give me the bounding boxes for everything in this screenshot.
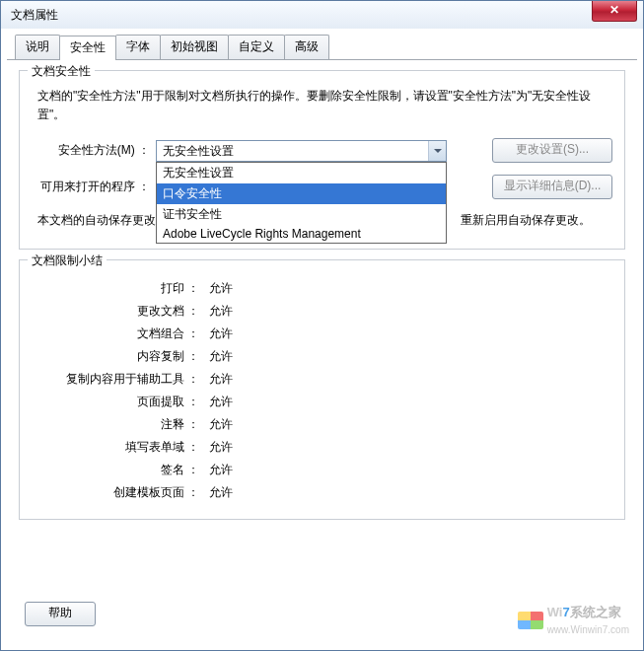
restrictions-group-title: 文档限制小结 <box>28 253 107 269</box>
close-icon: ✕ <box>609 3 619 17</box>
restriction-key: 复制内容用于辅助工具 ： <box>32 371 209 388</box>
restriction-value: 允许 <box>209 371 233 388</box>
tab-4[interactable]: 自定义 <box>228 35 285 59</box>
restriction-row: 创建模板页面 ：允许 <box>32 484 612 501</box>
watermark: Wi7系统之家 www.Winwin7.com <box>518 604 629 636</box>
restriction-row: 注释 ：允许 <box>32 416 612 433</box>
autosave-right: 重新启用自动保存更改。 <box>461 213 591 227</box>
restriction-key: 页面提取 ： <box>32 394 209 410</box>
restriction-row: 页面提取 ：允许 <box>32 394 612 410</box>
restriction-row: 文档组合 ：允许 <box>32 326 612 342</box>
method-label: 安全性方法(M) ： <box>32 142 156 159</box>
method-option-2[interactable]: 证书安全性 <box>157 204 446 225</box>
restriction-value: 允许 <box>209 394 233 410</box>
restriction-key: 签名 ： <box>32 462 209 478</box>
help-button[interactable]: 帮助 <box>25 602 96 626</box>
restriction-key: 填写表单域 ： <box>32 439 209 456</box>
restriction-row: 更改文档 ：允许 <box>32 303 612 320</box>
tab-0[interactable]: 说明 <box>15 35 60 59</box>
autosave-left: 本文档的自动保存更改功 <box>37 213 168 227</box>
restriction-key: 注释 ： <box>32 416 209 433</box>
method-option-0[interactable]: 无安全性设置 <box>157 163 446 183</box>
restriction-row: 打印 ：允许 <box>32 280 612 297</box>
windows-logo-icon <box>518 612 543 629</box>
restriction-row: 签名 ：允许 <box>32 462 612 478</box>
restriction-value: 允许 <box>209 326 233 342</box>
tab-1[interactable]: 安全性 <box>59 36 116 60</box>
restriction-value: 允许 <box>209 348 233 365</box>
restriction-value: 允许 <box>209 484 233 501</box>
restriction-key: 内容复制 ： <box>32 348 209 365</box>
dialog: 文档属性 ✕ 说明安全性字体初始视图自定义高级 文档安全性 文档的"安全性方法"… <box>0 0 644 651</box>
method-row: 安全性方法(M) ： 无安全性设置 无安全性设置口令安全性证书安全性Adobe … <box>32 138 612 163</box>
security-group-title: 文档安全性 <box>28 63 95 80</box>
restrictions-group: 文档限制小结 打印 ：允许更改文档 ：允许文档组合 ：允许内容复制 ：允许复制内… <box>19 259 625 520</box>
restriction-row: 填写表单域 ：允许 <box>32 439 612 456</box>
client-area: 说明安全性字体初始视图自定义高级 文档安全性 文档的"安全性方法"用于限制对文档… <box>1 29 643 650</box>
restriction-key: 文档组合 ： <box>32 326 209 342</box>
restriction-value: 允许 <box>209 303 233 320</box>
tab-5[interactable]: 高级 <box>284 35 329 59</box>
window-title: 文档属性 <box>11 8 58 22</box>
restrictions-list: 打印 ：允许更改文档 ：允许文档组合 ：允许内容复制 ：允许复制内容用于辅助工具… <box>32 280 612 501</box>
tab-2[interactable]: 字体 <box>115 35 161 59</box>
method-option-1[interactable]: 口令安全性 <box>157 183 446 204</box>
restriction-key: 更改文档 ： <box>32 303 209 320</box>
restriction-row: 复制内容用于辅助工具 ：允许 <box>32 371 612 388</box>
method-combo[interactable]: 无安全性设置 <box>156 140 447 162</box>
tab-3[interactable]: 初始视图 <box>160 35 229 59</box>
close-button[interactable]: ✕ <box>592 1 637 22</box>
security-description: 文档的"安全性方法"用于限制对文档所执行的操作。要删除安全性限制，请设置"安全性… <box>37 87 607 124</box>
method-value: 无安全性设置 <box>163 144 234 158</box>
method-option-3[interactable]: Adobe LiveCycle Rights Management <box>157 225 446 243</box>
chevron-down-icon <box>428 141 446 161</box>
tab-strip: 说明安全性字体初始视图自定义高级 <box>7 29 637 60</box>
show-details-button[interactable]: 显示详细信息(D)... <box>492 175 612 199</box>
title-bar: 文档属性 ✕ <box>1 1 643 30</box>
restriction-value: 允许 <box>209 280 233 297</box>
security-group: 文档安全性 文档的"安全性方法"用于限制对文档所执行的操作。要删除安全性限制，请… <box>19 70 625 250</box>
restriction-key: 创建模板页面 ： <box>32 484 209 501</box>
restriction-row: 内容复制 ：允许 <box>32 348 612 365</box>
restriction-value: 允许 <box>209 416 233 433</box>
restriction-key: 打印 ： <box>32 280 209 297</box>
method-dropdown: 无安全性设置口令安全性证书安全性Adobe LiveCycle Rights M… <box>156 162 447 244</box>
method-field: 无安全性设置 无安全性设置口令安全性证书安全性Adobe LiveCycle R… <box>156 140 478 162</box>
watermark-text: Wi7系统之家 www.Winwin7.com <box>547 604 629 636</box>
restriction-value: 允许 <box>209 462 233 478</box>
openwith-label: 可用来打开的程序 ： <box>32 179 156 195</box>
restriction-value: 允许 <box>209 439 233 456</box>
change-settings-button[interactable]: 更改设置(S)... <box>492 138 612 163</box>
